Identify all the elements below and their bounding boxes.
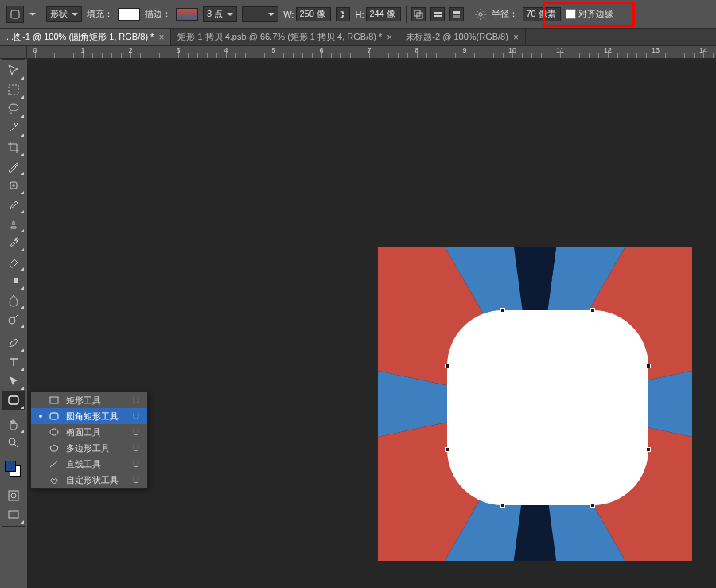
stroke-width-select[interactable]: 3 点 bbox=[203, 6, 237, 22]
link-wh-button[interactable] bbox=[336, 7, 350, 21]
fg-color-swatch[interactable] bbox=[5, 461, 16, 472]
workspace: 01234567891011121314 bbox=[0, 46, 716, 588]
fill-swatch[interactable] bbox=[118, 8, 140, 21]
chevron-down-icon bbox=[268, 13, 274, 16]
svg-rect-6 bbox=[453, 15, 460, 18]
svg-line-14 bbox=[477, 17, 478, 18]
shape-mode-select[interactable]: 形状 bbox=[46, 6, 82, 22]
gradient-tool[interactable] bbox=[2, 271, 25, 290]
crop-tool[interactable] bbox=[2, 138, 25, 157]
chevron-down-icon bbox=[72, 13, 78, 16]
zoom-tool[interactable] bbox=[2, 434, 25, 453]
hand-tool[interactable] bbox=[2, 415, 25, 434]
svg-marker-31 bbox=[50, 445, 58, 451]
close-icon[interactable]: × bbox=[513, 32, 519, 43]
flyout-item-polygon[interactable]: 多边形工具 U bbox=[31, 440, 147, 456]
healing-tool[interactable] bbox=[2, 176, 25, 195]
flyout-label: 自定形状工具 bbox=[66, 474, 119, 486]
stamp-tool[interactable] bbox=[2, 214, 25, 233]
svg-point-7 bbox=[479, 12, 482, 15]
screenmode-toggle[interactable] bbox=[2, 505, 25, 524]
document-tab[interactable]: ...图-1 @ 100% (圆角矩形 1, RGB/8) * × bbox=[0, 29, 171, 45]
flyout-label: 椭圆工具 bbox=[66, 426, 101, 438]
pen-tool[interactable] bbox=[2, 333, 25, 352]
flyout-item-custom[interactable]: 自定形状工具 U bbox=[31, 472, 147, 488]
flyout-label: 矩形工具 bbox=[66, 395, 101, 407]
svg-point-24 bbox=[9, 438, 15, 445]
svg-line-32 bbox=[50, 461, 58, 467]
history-brush-tool[interactable] bbox=[2, 233, 25, 252]
flyout-item-line[interactable]: 直线工具 U bbox=[31, 456, 147, 472]
height-input[interactable] bbox=[366, 7, 401, 21]
flyout-shortcut: U bbox=[133, 475, 139, 485]
chevron-down-icon[interactable] bbox=[29, 13, 36, 16]
move-tool[interactable] bbox=[2, 61, 25, 80]
align-edges-check[interactable] bbox=[566, 9, 576, 19]
divider bbox=[469, 6, 469, 23]
flyout-item-rectangle[interactable]: 矩形工具 U bbox=[31, 392, 147, 408]
blur-tool[interactable] bbox=[2, 290, 25, 310]
quickmask-toggle[interactable] bbox=[2, 486, 25, 505]
divider bbox=[406, 6, 407, 23]
brush-tool[interactable] bbox=[2, 195, 25, 214]
svg-rect-0 bbox=[11, 10, 19, 18]
eraser-tool[interactable] bbox=[2, 252, 25, 271]
stroke-style-select[interactable] bbox=[242, 6, 278, 22]
selected-dot-icon bbox=[39, 415, 42, 418]
type-tool[interactable] bbox=[2, 352, 25, 372]
svg-line-13 bbox=[484, 17, 485, 18]
stroke-swatch[interactable] bbox=[176, 8, 198, 21]
svg-line-15 bbox=[484, 10, 485, 12]
svg-rect-25 bbox=[9, 491, 18, 500]
stroke-width-value: 3 点 bbox=[207, 8, 223, 20]
path-align-button[interactable] bbox=[430, 7, 445, 21]
path-combine-button[interactable] bbox=[411, 7, 426, 21]
width-input[interactable] bbox=[296, 7, 331, 21]
svg-point-30 bbox=[50, 429, 58, 435]
flyout-label: 多边形工具 bbox=[66, 442, 110, 454]
flyout-label: 圆角矩形工具 bbox=[66, 411, 119, 423]
radius-input[interactable] bbox=[523, 7, 561, 21]
tab-label: ...图-1 @ 100% (圆角矩形 1, RGB/8) * bbox=[6, 31, 154, 43]
color-swatches[interactable] bbox=[2, 458, 25, 481]
rect-icon bbox=[49, 396, 60, 404]
flyout-item-rounded-rect[interactable]: 圆角矩形工具 U bbox=[31, 408, 147, 424]
svg-rect-3 bbox=[434, 12, 442, 14]
path-select-tool[interactable] bbox=[2, 372, 25, 391]
tools-panel bbox=[2, 59, 25, 527]
flyout-shortcut: U bbox=[133, 459, 139, 469]
flyout-item-ellipse[interactable]: 椭圆工具 U bbox=[31, 424, 147, 440]
close-icon[interactable]: × bbox=[158, 32, 164, 43]
fill-label: 填充： bbox=[87, 8, 113, 20]
tool-preset-picker[interactable] bbox=[6, 6, 24, 23]
flyout-shortcut: U bbox=[133, 395, 139, 405]
svg-rect-28 bbox=[50, 397, 58, 403]
ruler-corner bbox=[0, 46, 27, 59]
path-arrange-button[interactable] bbox=[449, 7, 464, 21]
eyedropper-tool[interactable] bbox=[2, 157, 25, 176]
svg-line-12 bbox=[477, 10, 478, 12]
canvas-area[interactable] bbox=[27, 59, 716, 588]
radius-label: 半径： bbox=[492, 8, 518, 20]
h-label: H: bbox=[355, 10, 364, 19]
gear-icon[interactable] bbox=[474, 8, 487, 21]
align-edges-checkbox[interactable]: 对齐边缘 bbox=[566, 8, 613, 20]
svg-rect-23 bbox=[9, 396, 18, 404]
w-label: W: bbox=[283, 10, 294, 19]
options-bar: 形状 填充： 描边： 3 点 W: H: 半径： 对齐边缘 bbox=[0, 0, 716, 29]
document-tab[interactable]: 矩形 1 拷贝 4.psb @ 66.7% (矩形 1 拷贝 4, RGB/8)… bbox=[171, 29, 399, 45]
close-icon[interactable]: × bbox=[387, 32, 392, 43]
dodge-tool[interactable] bbox=[2, 310, 25, 329]
wand-tool[interactable] bbox=[2, 119, 25, 138]
ruler-horizontal[interactable]: 01234567891011121314 bbox=[27, 46, 716, 59]
canvas[interactable] bbox=[378, 247, 692, 561]
rounded-rect-shape[interactable] bbox=[447, 310, 648, 505]
svg-rect-5 bbox=[453, 11, 460, 14]
divider bbox=[41, 6, 41, 23]
polygon-icon bbox=[49, 444, 60, 452]
svg-point-22 bbox=[9, 317, 15, 324]
lasso-tool[interactable] bbox=[2, 99, 25, 119]
document-tab[interactable]: 未标题-2 @ 100%(RGB/8) × bbox=[399, 29, 526, 45]
marquee-tool[interactable] bbox=[2, 80, 25, 99]
shape-tool[interactable] bbox=[2, 391, 25, 410]
